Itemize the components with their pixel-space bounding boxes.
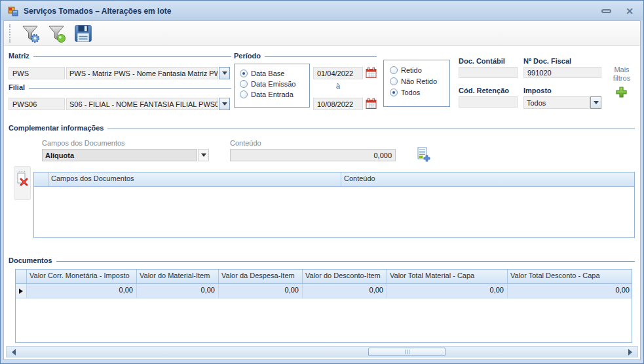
calendar-icon[interactable]: [366, 98, 377, 110]
campos-documentos-combo[interactable]: Alíquota: [42, 149, 209, 161]
column-header[interactable]: Valor Total Material - Capa: [387, 270, 508, 283]
documentos-title: Documentos: [9, 256, 52, 264]
save-button[interactable]: [70, 22, 96, 45]
matriz-dropdown-button[interactable]: [219, 67, 230, 79]
doc-contabil-field[interactable]: [459, 67, 518, 78]
minimize-icon[interactable]: [601, 9, 611, 13]
doc-contabil-label: Doc. Contábil: [459, 57, 505, 65]
horizontal-scrollbar[interactable]: [6, 346, 638, 357]
column-header[interactable]: Valor da Despesa-Item: [219, 270, 303, 283]
titlebar[interactable]: Serviços Tomados – Alterações em lote ✕: [1, 1, 643, 20]
column-header[interactable]: Valor do Material-Item: [137, 270, 219, 283]
radio-data-base[interactable]: Data Base: [240, 70, 309, 77]
add-row-icon[interactable]: [415, 146, 431, 162]
column-header[interactable]: Valor Total Desconto - Capa: [508, 270, 632, 283]
filial-label: Filial: [9, 83, 25, 91]
scrollbar-thumb[interactable]: [368, 348, 445, 356]
plus-icon[interactable]: [615, 86, 628, 98]
campos-combo-value: Alíquota: [42, 149, 197, 161]
chevron-down-icon: [594, 101, 599, 104]
form-content: Matriz PWS PWS - Matriz PWS - Nome Fanta…: [3, 20, 641, 360]
imposto-combo-value: Todos: [523, 96, 590, 109]
filter-apply-button[interactable]: [44, 22, 70, 45]
filial-combo-value: S06 - FILIAL - NOME FANTASIA FILIAL PWS0…: [66, 98, 218, 110]
date-separator: à: [313, 82, 363, 90]
mais-filtros-label: Mais filtros: [607, 66, 637, 83]
table-row[interactable]: 0,00 0,00 0,00 0,00 0,00 0,00: [16, 284, 632, 298]
complementar-grid[interactable]: Campos dos Documentos Conteúdo: [33, 172, 635, 238]
form-icon: [8, 6, 18, 16]
matriz-code-field[interactable]: PWS: [9, 67, 65, 79]
doc-fiscal-field[interactable]: 991020: [523, 67, 601, 78]
complementar-section-header: Complementar informações: [9, 124, 635, 132]
filter-apply-icon: [47, 23, 67, 44]
toolbar: [4, 21, 640, 46]
scroll-right-icon[interactable]: [628, 349, 632, 355]
filter-settings-icon: [20, 23, 41, 44]
conteudo-label: Conteúdo: [230, 139, 261, 147]
date-to-field[interactable]: 10/08/2022: [313, 98, 363, 110]
periodo-radio-group: Data Base Data Emissão Data Entrada: [234, 64, 310, 108]
column-header[interactable]: Campos dos Documentos: [48, 172, 341, 186]
window-title: Serviços Tomados – Alterações em lote: [24, 7, 171, 16]
table-cell[interactable]: 0,00: [508, 284, 632, 298]
save-icon: [73, 24, 93, 43]
campos-dropdown-button[interactable]: [198, 149, 209, 161]
retencao-radio-group: Retido Não Retido Todos: [383, 60, 450, 107]
table-cell[interactable]: 0,00: [27, 284, 137, 298]
radio-nao-retido[interactable]: Não Retido: [390, 77, 449, 85]
table-cell[interactable]: 0,00: [387, 284, 508, 298]
scrollbar-grip: [405, 350, 409, 354]
chevron-down-icon: [222, 71, 227, 75]
complementar-grid-header: Campos dos Documentos Conteúdo: [34, 172, 634, 187]
filter-settings-button[interactable]: [18, 22, 44, 45]
imposto-combo[interactable]: Todos: [523, 96, 601, 109]
row-selector-header: [34, 172, 48, 186]
documentos-grid-header: Valor Corr. Monetária - Imposto Valor do…: [16, 270, 632, 284]
imposto-label: Imposto: [523, 87, 552, 94]
periodo-group-header: Período: [234, 52, 377, 60]
imposto-dropdown-button[interactable]: [590, 96, 601, 109]
table-cell[interactable]: 0,00: [219, 284, 303, 298]
radio-todos[interactable]: Todos: [390, 89, 449, 96]
matriz-label: Matriz: [9, 52, 29, 60]
delete-row-icon[interactable]: [16, 172, 29, 186]
filial-group-header: Filial: [9, 83, 231, 91]
table-cell[interactable]: 0,00: [303, 284, 387, 298]
radio-retido[interactable]: Retido: [390, 66, 449, 74]
calendar-icon[interactable]: [366, 67, 377, 79]
campos-documentos-label: Campos dos Documentos: [42, 139, 125, 147]
matriz-group-header: Matriz: [9, 52, 231, 60]
documentos-grid[interactable]: Valor Corr. Monetária - Imposto Valor do…: [15, 269, 632, 343]
date-from-field[interactable]: 01/04/2022: [313, 67, 363, 79]
radio-data-entrada[interactable]: Data Entrada: [240, 91, 309, 98]
more-options-button[interactable]: ...: [18, 167, 26, 172]
column-header[interactable]: Valor do Desconto-Item: [303, 270, 387, 283]
toolbar-grip[interactable]: [9, 24, 11, 43]
radio-icon: [390, 89, 398, 96]
radio-data-emissao[interactable]: Data Emissão: [240, 80, 309, 88]
chevron-down-icon: [222, 102, 227, 106]
matriz-combo-value: PWS - Matriz PWS - Nome Fantasia Matriz …: [66, 67, 218, 79]
radio-icon: [240, 80, 248, 88]
row-selector-cell[interactable]: [16, 284, 27, 298]
current-row-arrow-icon: [19, 289, 23, 294]
chevron-down-icon: [201, 153, 206, 157]
scroll-left-icon[interactable]: [12, 349, 16, 355]
filial-dropdown-button[interactable]: [219, 98, 230, 110]
complementar-title: Complementar informações: [9, 124, 104, 132]
filial-code-field[interactable]: PWS06: [9, 98, 65, 110]
conteudo-field[interactable]: 0,000: [230, 149, 396, 161]
cod-retencao-field[interactable]: [459, 96, 518, 108]
radio-icon: [390, 77, 398, 85]
table-cell[interactable]: 0,00: [137, 284, 219, 298]
matriz-combo[interactable]: PWS - Matriz PWS - Nome Fantasia Matriz …: [66, 67, 230, 79]
radio-icon: [240, 91, 248, 98]
doc-fiscal-label: Nº Doc. Fiscal: [523, 57, 571, 65]
column-header[interactable]: Valor Corr. Monetária - Imposto: [27, 270, 137, 283]
cod-retencao-label: Cód. Retenção: [459, 87, 509, 94]
radio-icon: [240, 70, 248, 77]
column-header[interactable]: Conteúdo: [341, 172, 635, 186]
close-icon[interactable]: ✕: [626, 7, 634, 16]
filial-combo[interactable]: S06 - FILIAL - NOME FANTASIA FILIAL PWS0…: [66, 98, 230, 110]
